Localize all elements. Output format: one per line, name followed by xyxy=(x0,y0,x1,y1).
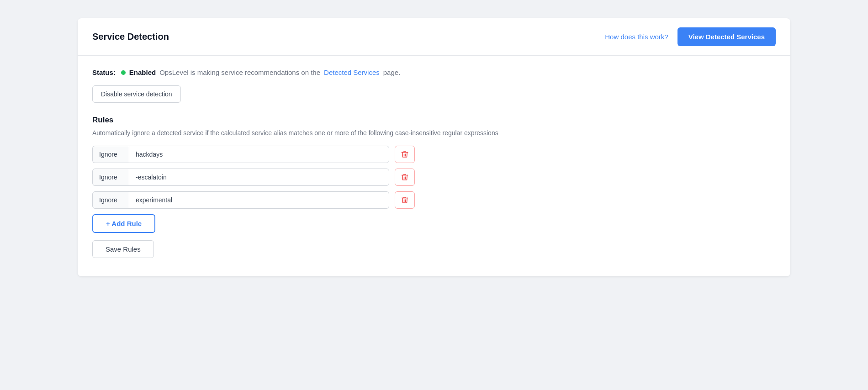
rules-title: Rules xyxy=(92,116,776,125)
status-description-before: OpsLevel is making service recommendatio… xyxy=(159,69,320,76)
delete-rule-button-2[interactable] xyxy=(395,169,415,186)
status-label: Status: xyxy=(92,69,116,76)
rule-row-1: Ignore xyxy=(92,146,776,163)
status-description-after: page. xyxy=(383,69,401,76)
delete-rule-button-1[interactable] xyxy=(395,146,415,163)
rule-label-1: Ignore xyxy=(92,146,129,163)
add-rule-button[interactable]: + Add Rule xyxy=(92,214,155,233)
rule-row-2: Ignore xyxy=(92,169,776,186)
rules-description: Automatically ignore a detected service … xyxy=(92,129,776,137)
view-detected-services-button[interactable]: View Detected Services xyxy=(677,27,776,46)
rule-input-1[interactable] xyxy=(129,146,389,163)
card-body: Status: Enabled OpsLevel is making servi… xyxy=(78,56,790,276)
disable-service-detection-button[interactable]: Disable service detection xyxy=(92,85,181,103)
page-title: Service Detection xyxy=(92,32,169,42)
save-rules-button[interactable]: Save Rules xyxy=(92,240,154,258)
trash-icon xyxy=(401,150,409,158)
status-row: Status: Enabled OpsLevel is making servi… xyxy=(92,69,776,76)
status-dot-icon xyxy=(121,70,126,75)
detected-services-link[interactable]: Detected Services xyxy=(324,69,380,76)
delete-rule-button-3[interactable] xyxy=(395,191,415,209)
rule-label-2: Ignore xyxy=(92,169,129,186)
how-does-this-work-link[interactable]: How does this work? xyxy=(605,33,668,41)
header-actions: How does this work? View Detected Servic… xyxy=(605,27,776,46)
card-header: Service Detection How does this work? Vi… xyxy=(78,18,790,56)
rule-input-2[interactable] xyxy=(129,169,389,186)
status-state: Enabled xyxy=(129,69,156,76)
trash-icon-2 xyxy=(401,173,409,181)
rule-label-3: Ignore xyxy=(92,191,129,209)
trash-icon-3 xyxy=(401,196,409,204)
rule-row-3: Ignore xyxy=(92,191,776,209)
rule-input-3[interactable] xyxy=(129,191,389,209)
service-detection-card: Service Detection How does this work? Vi… xyxy=(78,18,790,276)
